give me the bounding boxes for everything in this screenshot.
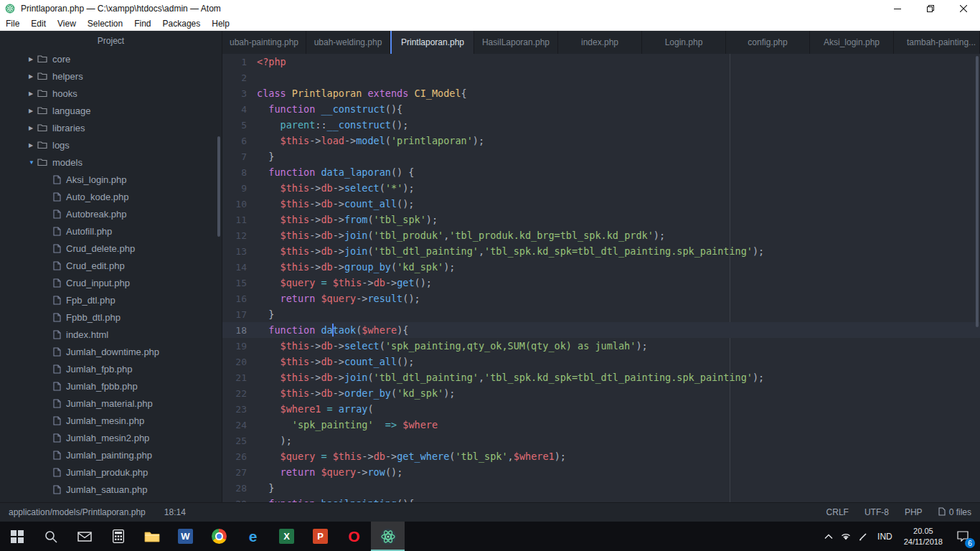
line-number[interactable]: 1 — [222, 57, 257, 67]
line-number[interactable]: 23 — [222, 404, 257, 415]
tree-folder-core[interactable]: ▶core — [0, 50, 222, 67]
line-ending-indicator[interactable]: CRLF — [826, 507, 849, 517]
tree-file-jumlah-mesin2-php[interactable]: Jumlah_mesin2.php — [0, 429, 222, 446]
code-line-29[interactable]: 29 function hasilpainting(){ — [222, 496, 980, 502]
tree-file-fpbb-dtl-php[interactable]: Fpbb_dtl.php — [0, 309, 222, 326]
tree-file-crud-delete-php[interactable]: Crud_delete.php — [0, 240, 222, 257]
menu-view[interactable]: View — [52, 17, 82, 30]
code-line-2[interactable]: 2 — [222, 70, 980, 85]
tree-scrollbar[interactable] — [217, 136, 220, 237]
code-line-22[interactable]: 22 $this->db->order_by('kd_spk'); — [222, 385, 980, 401]
close-button[interactable] — [947, 0, 980, 17]
word-taskbar-button[interactable]: W — [169, 522, 202, 551]
line-number[interactable]: 12 — [222, 230, 257, 241]
tree-file-jumlah-material-php[interactable]: Jumlah_material.php — [0, 395, 222, 412]
tree-file-auto-kode-php[interactable]: Auto_kode.php — [0, 188, 222, 205]
tab-hasillaporan-php[interactable]: HasilLaporan.php — [474, 31, 558, 54]
git-files-indicator[interactable]: 0 files — [938, 507, 971, 518]
line-number[interactable]: 24 — [222, 420, 257, 430]
line-number[interactable]: 13 — [222, 246, 257, 257]
line-number[interactable]: 21 — [222, 372, 257, 383]
code-line-28[interactable]: 28 } — [222, 480, 980, 496]
tab-tambah-painting[interactable]: tambah-painting... — [894, 31, 980, 54]
code-line-18[interactable]: 18 function dataok($where){ — [222, 322, 980, 338]
line-number[interactable]: 8 — [222, 167, 257, 178]
line-number[interactable]: 5 — [222, 120, 257, 131]
line-number[interactable]: 7 — [222, 151, 257, 162]
clock[interactable]: 20.05 24/11/2018 — [898, 526, 948, 547]
code-line-10[interactable]: 10 $this->db->count_all(); — [222, 196, 980, 212]
tree-file-index-html[interactable]: index.html — [0, 326, 222, 343]
tree-file-jumlah-mesin-php[interactable]: Jumlah_mesin.php — [0, 412, 222, 429]
code-line-25[interactable]: 25 ); — [222, 433, 980, 448]
line-number[interactable]: 15 — [222, 278, 257, 288]
line-number[interactable]: 9 — [222, 183, 257, 194]
calculator-taskbar-button[interactable] — [101, 522, 135, 551]
code-line-3[interactable]: 3class Printlaporan extends CI_Model{ — [222, 85, 980, 101]
tree-folder-language[interactable]: ▶language — [0, 102, 222, 119]
code-line-14[interactable]: 14 $this->db->group_by('kd_spk'); — [222, 259, 980, 275]
line-number[interactable]: 10 — [222, 199, 257, 209]
mail-taskbar-button[interactable] — [67, 522, 101, 551]
tree-file-jumlah-painting-php[interactable]: Jumlah_painting.php — [0, 446, 222, 463]
line-number[interactable]: 3 — [222, 88, 257, 99]
tree-file-jumlah-spk-php[interactable]: Jumlah_spk.php — [0, 498, 222, 502]
tree-file-jumlah-fpbb-php[interactable]: Jumlah_fpbb.php — [0, 377, 222, 395]
line-number[interactable]: 11 — [222, 215, 257, 225]
code-line-24[interactable]: 24 'spk_painting' => $where — [222, 417, 980, 433]
menu-find[interactable]: Find — [128, 17, 156, 30]
tree-file-autobreak-php[interactable]: Autobreak.php — [0, 205, 222, 222]
line-number[interactable]: 2 — [222, 72, 257, 83]
opera-taskbar-button[interactable]: O — [337, 522, 371, 551]
code-line-9[interactable]: 9 $this->db->select('*'); — [222, 180, 980, 196]
tree-file-jumlah-satuan-php[interactable]: Jumlah_satuan.php — [0, 481, 222, 498]
grammar-indicator[interactable]: PHP — [905, 507, 923, 517]
menu-file[interactable]: File — [0, 17, 25, 30]
tab-printlaporan-php[interactable]: Printlaporan.php — [390, 31, 474, 54]
tree-folder-logs[interactable]: ▶logs — [0, 136, 222, 154]
code-line-8[interactable]: 8 function data_laporan() { — [222, 164, 980, 180]
line-number[interactable]: 26 — [222, 451, 257, 462]
tab-login-php[interactable]: Login.php — [642, 31, 726, 54]
tree-folder-hooks[interactable]: ▶hooks — [0, 85, 222, 102]
code-line-26[interactable]: 26 $query = $this->db->get_where('tbl_sp… — [222, 448, 980, 464]
edge-taskbar-button[interactable]: e — [236, 522, 270, 551]
code-line-6[interactable]: 6 $this->load->model('printlaporan'); — [222, 133, 980, 149]
code-line-4[interactable]: 4 function __construct(){ — [222, 101, 980, 117]
minimize-button[interactable] — [881, 0, 914, 17]
line-number[interactable]: 27 — [222, 467, 257, 478]
maximize-button[interactable] — [914, 0, 947, 17]
atom-taskbar-button[interactable] — [371, 522, 405, 551]
line-number[interactable]: 16 — [222, 293, 257, 304]
code-line-13[interactable]: 13 $this->db->join('tbl_dtl_painting','t… — [222, 243, 980, 259]
tree-file-autofill-php[interactable]: Autofill.php — [0, 222, 222, 240]
code-line-27[interactable]: 27 return $query->row(); — [222, 464, 980, 480]
line-number[interactable]: 4 — [222, 104, 257, 115]
tree-file-crud-edit-php[interactable]: Crud_edit.php — [0, 257, 222, 274]
code-line-17[interactable]: 17 } — [222, 306, 980, 322]
tab-ubah-painting-php[interactable]: ubah-painting.php — [222, 31, 306, 54]
tab-aksi-login-php[interactable]: Aksi_login.php — [810, 31, 894, 54]
excel-taskbar-button[interactable]: X — [270, 522, 303, 551]
code-line-1[interactable]: 1<?php — [222, 54, 980, 70]
language-indicator[interactable]: IND — [872, 532, 898, 542]
line-number[interactable]: 25 — [222, 435, 257, 446]
line-number[interactable]: 19 — [222, 341, 257, 352]
code-line-12[interactable]: 12 $this->db->join('tbl_produk','tbl_pro… — [222, 227, 980, 243]
code-line-5[interactable]: 5 parent::__construct(); — [222, 117, 980, 133]
tray-expand-chevron-icon[interactable] — [820, 534, 837, 540]
line-number[interactable]: 29 — [222, 499, 257, 503]
wifi-icon[interactable] — [837, 532, 854, 541]
tree-file-aksi-login-php[interactable]: Aksi_login.php — [0, 171, 222, 188]
code-line-11[interactable]: 11 $this->db->from('tbl_spk'); — [222, 212, 980, 227]
menu-packages[interactable]: Packages — [157, 17, 207, 30]
tab-index-php[interactable]: index.php — [558, 31, 642, 54]
menu-edit[interactable]: Edit — [25, 17, 52, 30]
line-number[interactable]: 20 — [222, 357, 257, 367]
line-number[interactable]: 17 — [222, 309, 257, 320]
line-number[interactable]: 18 — [222, 325, 257, 336]
editor-scrollbar[interactable] — [976, 56, 979, 327]
line-number[interactable]: 6 — [222, 136, 257, 146]
code-line-7[interactable]: 7 } — [222, 149, 980, 164]
start-taskbar-button[interactable] — [0, 522, 34, 551]
